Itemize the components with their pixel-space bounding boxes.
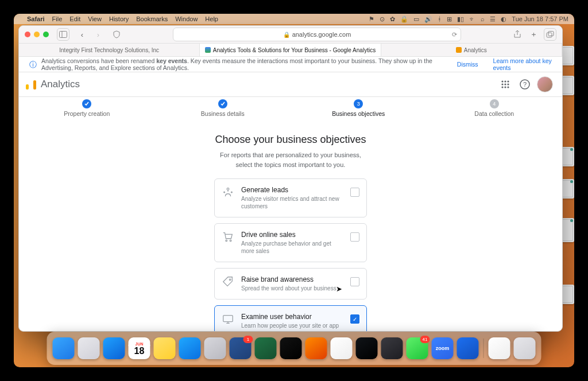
apps-grid-icon[interactable] xyxy=(498,77,513,92)
dock-app-quicktime[interactable] xyxy=(381,337,403,359)
svg-point-7 xyxy=(501,83,503,85)
menu-edit[interactable]: Edit xyxy=(69,15,80,22)
google-favicon-icon xyxy=(205,47,211,53)
fullscreen-window-button[interactable] xyxy=(43,32,49,37)
siri-icon[interactable]: ◐ xyxy=(501,15,506,23)
menu-file[interactable]: File xyxy=(52,15,63,22)
dock-app-notes[interactable] xyxy=(154,337,176,359)
dock-app-1password[interactable] xyxy=(457,337,479,359)
objective-generate-leads[interactable]: Generate leads Analyze visitor metrics a… xyxy=(214,178,367,217)
sidebar-toggle-icon[interactable] xyxy=(57,28,69,41)
lock-icon: 🔒 xyxy=(283,32,290,38)
step-business-objectives: 3 Business objectives xyxy=(301,99,416,117)
spotlight-icon[interactable]: ⌕ xyxy=(481,15,485,22)
status-icon: ✿ xyxy=(390,15,395,23)
objective-checkbox[interactable] xyxy=(350,277,359,286)
address-bar[interactable]: 🔒 analytics.google.com ⟳ xyxy=(173,28,461,41)
step-property-creation: Property creation xyxy=(29,99,144,117)
dock-app-terminal[interactable] xyxy=(356,337,378,359)
bluetooth-icon: ᚼ xyxy=(438,15,442,22)
tab-overview-icon[interactable] xyxy=(544,28,556,41)
objective-drive-online-sales[interactable]: Drive online sales Analyze purchase beha… xyxy=(214,223,367,262)
page-title: Choose your business objectives xyxy=(215,134,366,146)
browser-tab-0[interactable]: Integrity First Technology Solutions, In… xyxy=(19,44,200,56)
setup-stepper: Property creation Business details 3 Bus… xyxy=(19,97,562,120)
svg-point-4 xyxy=(501,80,503,82)
objective-checkbox[interactable] xyxy=(350,232,359,242)
dock-app-settings[interactable] xyxy=(204,337,226,359)
page-subtitle: For reports that are personalized to you… xyxy=(220,150,361,169)
svg-point-10 xyxy=(501,86,503,88)
svg-rect-21 xyxy=(223,316,233,322)
menu-bookmarks[interactable]: Bookmarks xyxy=(136,15,168,22)
browser-tab-2[interactable]: Analytics xyxy=(381,44,562,56)
dock-app-excel[interactable] xyxy=(255,337,277,359)
back-button[interactable]: ‹ xyxy=(76,29,88,40)
menu-help[interactable]: Help xyxy=(205,15,218,22)
share-icon[interactable] xyxy=(512,29,523,40)
objective-checkbox[interactable]: ✓ xyxy=(350,314,359,324)
objective-title: Drive online sales xyxy=(241,231,343,239)
dock-app-appstore[interactable] xyxy=(179,337,201,359)
status-icon: ⊙ xyxy=(380,15,385,23)
ga-brand: Analytics xyxy=(41,79,80,90)
menu-history[interactable]: History xyxy=(109,15,129,22)
privacy-report-icon[interactable] xyxy=(111,29,122,40)
minimize-window-button[interactable] xyxy=(34,32,40,37)
menubar-app[interactable]: Safari xyxy=(27,15,45,22)
dock-app-finder[interactable] xyxy=(53,337,75,359)
banner-text: Analytics conversions have been renamed … xyxy=(41,57,448,71)
svg-rect-2 xyxy=(547,33,552,37)
banner-dismiss-link[interactable]: Dismiss xyxy=(457,61,478,68)
browser-tab-1[interactable]: Analytics Tools & Solutions for Your Bus… xyxy=(200,44,381,56)
objective-desc: Analyze purchase behavior and get more s… xyxy=(241,240,343,255)
help-icon[interactable]: ? xyxy=(517,77,532,92)
info-icon: ⓘ xyxy=(29,61,37,68)
reload-icon[interactable]: ⟳ xyxy=(452,31,457,38)
dock-app-messages[interactable]: 41 xyxy=(407,337,428,359)
svg-point-15 xyxy=(227,188,229,190)
dock-app-safari[interactable] xyxy=(103,337,125,359)
svg-rect-0 xyxy=(60,32,67,38)
new-tab-icon[interactable]: ＋ xyxy=(528,29,539,40)
objective-desc: Analyze visitor metrics and attract new … xyxy=(241,195,343,210)
leads-icon xyxy=(222,186,234,199)
menu-window[interactable]: Window xyxy=(175,15,198,22)
svg-rect-3 xyxy=(548,32,554,36)
svg-point-20 xyxy=(229,279,231,281)
lock-icon: 🔒 xyxy=(400,15,408,23)
dock-app-trash[interactable] xyxy=(514,337,536,359)
objective-list: Generate leads Analyze visitor metrics a… xyxy=(214,178,367,331)
objective-raise-brand-awareness[interactable]: Raise brand awareness Spread the word ab… xyxy=(214,268,367,300)
analytics-favicon-icon xyxy=(456,47,462,53)
dock-app-dark1[interactable] xyxy=(280,337,302,359)
safari-window: ‹ › 🔒 analytics.google.com ⟳ ＋ Integrity… xyxy=(18,25,563,332)
dock-app-word[interactable]: 1 xyxy=(230,337,252,359)
dock-app-calendar[interactable]: JUN18 xyxy=(129,337,150,359)
account-avatar[interactable] xyxy=(537,76,553,92)
close-window-button[interactable] xyxy=(25,32,30,37)
step-number xyxy=(82,99,91,108)
menubar-clock[interactable]: Tue Jun 18 7:57 PM xyxy=(512,15,568,22)
svg-point-17 xyxy=(231,192,233,193)
volume-icon: 🔊 xyxy=(424,15,432,23)
dock-app-launchpad[interactable] xyxy=(78,337,100,359)
control-center-icon[interactable]: ☰ xyxy=(490,15,496,23)
objective-title: Generate leads xyxy=(241,186,343,194)
objective-desc: Spread the word about your business xyxy=(241,285,343,292)
wifi-icon: ᯤ xyxy=(469,15,475,22)
menu-view[interactable]: View xyxy=(88,15,102,22)
mac-menubar: Safari File Edit View History Bookmarks … xyxy=(14,14,574,24)
objective-checkbox[interactable] xyxy=(350,188,359,197)
objective-desc: Learn how people use your site or app xyxy=(241,322,343,329)
forward-button[interactable]: › xyxy=(92,29,104,40)
ga-header: Analytics ? xyxy=(19,72,562,97)
status-icon: ⚑ xyxy=(369,15,374,23)
dock-app-firefox[interactable] xyxy=(305,337,327,359)
dock-app-chrome[interactable] xyxy=(331,337,353,359)
dock-app-textedit[interactable] xyxy=(489,337,510,359)
dock-app-zoom[interactable]: zoom xyxy=(432,337,454,359)
objective-examine-user-behavior[interactable]: Examine user behavior Learn how people u… xyxy=(214,305,367,331)
banner-learn-link[interactable]: Learn more about key events xyxy=(493,57,552,71)
svg-point-12 xyxy=(507,86,509,88)
